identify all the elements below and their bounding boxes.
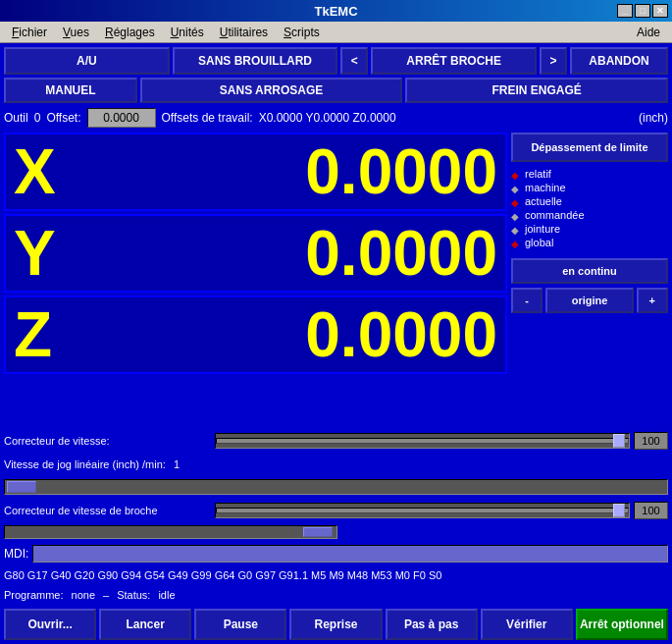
status-separator: –	[103, 589, 109, 601]
top-buttons-row1: A/U SANS BROUILLARD < ARRÊT BROCHE > ABA…	[4, 47, 668, 75]
mdi-input[interactable]	[32, 545, 668, 563]
abandon-button[interactable]: ABANDON	[570, 47, 668, 75]
menu-aide[interactable]: Aide	[629, 24, 668, 41]
y-axis-label: Y	[14, 222, 82, 285]
offset-label: Offset:	[46, 111, 80, 125]
x-axis-label: X	[14, 140, 82, 203]
outil-row: Outil 0 Offset: Offsets de travail: X0.0…	[4, 106, 668, 130]
programme-value: none	[72, 589, 95, 601]
radio-actuelle[interactable]: actuelle	[511, 195, 668, 207]
correcteur-value: 100	[634, 432, 668, 450]
titlebar: TkEMC _ □ ✕	[0, 0, 672, 22]
bottom-controls: Correcteur de vitesse: 100 Vitesse de jo…	[4, 430, 668, 640]
z-axis-value: 0.0000	[82, 303, 497, 366]
correcteur-broche-value: 100	[634, 502, 668, 519]
display-area: X 0.0000 Y 0.0000 Z 0.0000 Dépassement d…	[4, 133, 668, 427]
relatif-label: relatif	[525, 168, 551, 180]
verifier-button[interactable]: Vérifier	[481, 609, 573, 640]
au-button[interactable]: A/U	[4, 47, 170, 75]
reprise-button[interactable]: Reprise	[289, 609, 382, 640]
relatif-icon	[511, 169, 521, 179]
correcteur-broche-label: Correcteur de vitesse de broche	[4, 505, 211, 516]
close-button[interactable]: ✕	[652, 4, 668, 18]
en-continu-button[interactable]: en continu	[511, 258, 668, 284]
status-label: Status:	[117, 589, 150, 601]
unit-label: (inch)	[639, 111, 668, 125]
menu-vues[interactable]: Vues	[55, 24, 97, 41]
arret-broche-button[interactable]: ARRÊT BROCHE	[371, 47, 537, 75]
correcteur-row: Correcteur de vitesse: 100	[4, 430, 668, 452]
machine-icon	[511, 183, 521, 192]
manuel-button[interactable]: MANUEL	[4, 78, 137, 103]
correcteur-broche-row: Correcteur de vitesse de broche 100	[4, 500, 668, 521]
origine-row: - origine +	[511, 288, 668, 313]
offsets-values: X0.0000 Y0.0000 Z0.0000	[259, 111, 396, 125]
lancer-button[interactable]: Lancer	[99, 609, 191, 640]
gcode-line: G80 G17 G40 G20 G90 G94 G54 G49 G99 G64 …	[4, 567, 668, 583]
menu-utilitaires[interactable]: Utilitaires	[212, 24, 276, 41]
machine-label: machine	[525, 182, 566, 193]
radio-global[interactable]: global	[511, 237, 668, 248]
plus-button[interactable]: +	[637, 288, 668, 313]
programme-label: Programme:	[4, 589, 64, 601]
jog-slider-row	[4, 477, 668, 497]
correcteur-broche-slider[interactable]	[215, 503, 630, 518]
frein-engage-button[interactable]: FREIN ENGAGÉ	[405, 78, 668, 103]
jog-row: Vitesse de jog linéaire (inch) /min: 1	[4, 455, 668, 474]
offset-input[interactable]	[87, 108, 156, 128]
menubar: Fichier Vues Réglages Unités Utilitaires…	[0, 22, 672, 43]
pas-a-pas-button[interactable]: Pas à pas	[386, 609, 478, 640]
gcode-text: G80 G17 G40 G20 G90 G94 G54 G49 G99 G64 …	[4, 569, 441, 581]
commandee-icon	[511, 210, 521, 220]
menu-reglages[interactable]: Réglages	[97, 24, 163, 41]
correcteur-slider[interactable]	[215, 433, 630, 449]
radio-jointure[interactable]: jointure	[511, 223, 668, 235]
menu-fichier[interactable]: Fichier	[4, 24, 55, 41]
origine-button[interactable]: origine	[545, 288, 633, 313]
ouvrir-button[interactable]: Ouvrir...	[4, 609, 96, 640]
pause-button[interactable]: Pause	[194, 609, 286, 640]
radio-group: relatif machine actuelle commandée joint…	[511, 166, 668, 250]
minimize-button[interactable]: _	[617, 4, 633, 18]
maximize-button[interactable]: □	[635, 4, 650, 18]
jointure-label: jointure	[525, 223, 560, 235]
global-icon	[511, 238, 521, 247]
outil-value: 0	[34, 111, 41, 125]
menu-unites[interactable]: Unités	[163, 24, 212, 41]
axes-panel: X 0.0000 Y 0.0000 Z 0.0000	[4, 133, 507, 427]
arret-optionnel-button[interactable]: Arrêt optionnel	[576, 609, 668, 640]
jog-slider[interactable]	[4, 479, 668, 495]
titlebar-title: TkEMC	[314, 4, 357, 19]
offsets-travail-label: Offsets de travail:	[162, 111, 253, 125]
actuelle-label: actuelle	[525, 195, 562, 207]
radio-relatif[interactable]: relatif	[511, 168, 668, 180]
menu-scripts[interactable]: Scripts	[276, 24, 328, 41]
sans-arrosage-button[interactable]: SANS ARROSAGE	[140, 78, 403, 103]
correcteur-label: Correcteur de vitesse:	[4, 435, 211, 447]
jog-value: 1	[174, 458, 180, 470]
actuelle-icon	[511, 196, 521, 206]
outil-label: Outil	[4, 111, 28, 125]
arrow-right-button[interactable]: >	[540, 47, 567, 75]
z-axis-row: Z 0.0000	[4, 295, 507, 374]
sans-brouillard-button[interactable]: SANS BROUILLARD	[173, 47, 338, 75]
main-area: A/U SANS BROUILLARD < ARRÊT BROCHE > ABA…	[0, 43, 672, 644]
commandee-label: commandée	[525, 209, 585, 221]
z-axis-label: Z	[14, 303, 82, 366]
x-axis-value: 0.0000	[82, 140, 497, 203]
mdi-label: MDI:	[4, 547, 28, 561]
global-label: global	[525, 237, 553, 248]
arrow-left-button[interactable]: <	[340, 47, 368, 75]
jointure-icon	[511, 224, 521, 234]
radio-commandee[interactable]: commandée	[511, 209, 668, 221]
programme-row: Programme: none – Status: idle	[4, 586, 668, 604]
action-buttons: Ouvrir... Lancer Pause Reprise Pas à pas…	[4, 609, 668, 640]
y-axis-value: 0.0000	[82, 222, 497, 285]
jog-label: Vitesse de jog linéaire (inch) /min:	[4, 458, 166, 470]
depassement-button[interactable]: Dépassement de limite	[511, 133, 668, 162]
minus-button[interactable]: -	[511, 288, 543, 313]
y-axis-row: Y 0.0000	[4, 214, 507, 293]
top-buttons-row2: MANUEL SANS ARROSAGE FREIN ENGAGÉ	[4, 78, 668, 103]
radio-machine[interactable]: machine	[511, 182, 668, 193]
right-panel: Dépassement de limite relatif machine ac…	[511, 133, 668, 427]
